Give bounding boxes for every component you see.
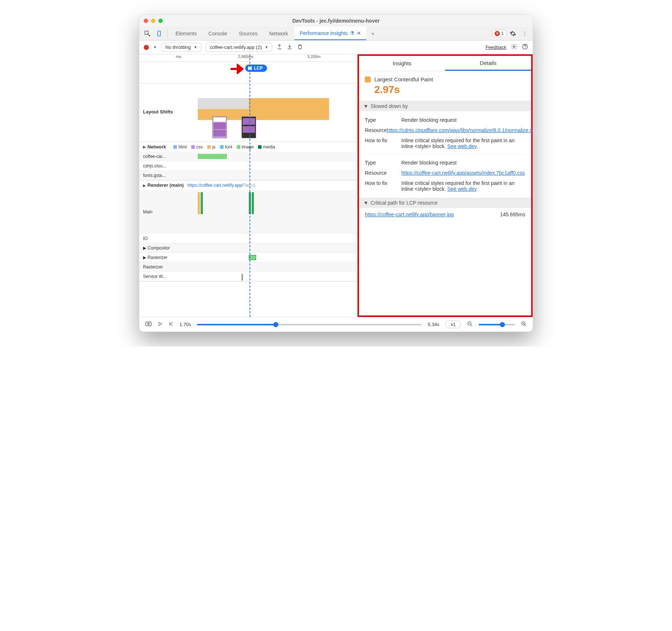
- export-icon[interactable]: [277, 44, 282, 51]
- renderer-row-compositor[interactable]: ▶ Compositor: [139, 243, 357, 253]
- tab-network[interactable]: Network: [264, 27, 293, 40]
- minimize-window-icon[interactable]: [151, 19, 155, 23]
- import-icon[interactable]: [287, 44, 293, 51]
- zoom-out-icon[interactable]: [467, 321, 473, 328]
- more-tabs-icon[interactable]: »: [368, 28, 378, 39]
- svg-rect-4: [146, 322, 151, 326]
- network-row[interactable]: cdnjs.clou...: [139, 161, 357, 171]
- playback-end-time: 5.34s: [428, 322, 439, 327]
- record-chevron-icon[interactable]: ▼: [153, 45, 157, 49]
- resource-link[interactable]: https://coffee-cart.netlify.app/assets/i…: [401, 170, 525, 176]
- playback-bar: 1.70s 5.34s x1: [139, 317, 533, 332]
- svg-point-2: [513, 46, 515, 48]
- svg-rect-1: [158, 31, 161, 36]
- right-tabs: Insights Details: [359, 56, 531, 71]
- renderer-row-rasterizer[interactable]: ▶ Rasterizer: [139, 253, 357, 262]
- lcp-header: Largest Contentful Paint 2.97s: [359, 71, 531, 101]
- resource-link[interactable]: https://cdnjs.cloudflare.com/ajax/libs/n…: [387, 127, 533, 133]
- playback-slider[interactable]: [197, 324, 422, 325]
- gear-icon[interactable]: [511, 43, 517, 51]
- network-row[interactable]: fonts.gsta...: [139, 171, 357, 180]
- main-tabbar: Elements Console Sources Network Perform…: [139, 27, 533, 40]
- chevron-right-icon: ▶: [143, 145, 146, 149]
- network-section: ▶ Network html css js font image media c…: [139, 142, 357, 181]
- recording-dropdown[interactable]: coffee-cart.netlify.app (2) ▼: [206, 43, 273, 52]
- timeline-pane: ms 2,880ms 3,200m LCP: [139, 54, 358, 317]
- lcp-title: Largest Contentful Paint: [374, 76, 433, 82]
- svg-point-5: [148, 323, 150, 325]
- play-icon[interactable]: [158, 321, 163, 328]
- renderer-header[interactable]: ▶ Renderer (main): [139, 181, 188, 190]
- renderer-section: ▶ Renderer (main) https://coffee-cart.ne…: [139, 181, 357, 282]
- device-icon[interactable]: [154, 28, 164, 39]
- webdev-link[interactable]: See web.dev: [447, 143, 476, 149]
- critical-path-url[interactable]: https://coffee-cart.netlify.app/banner.j…: [365, 212, 454, 217]
- chevron-down-icon: ▼: [194, 45, 197, 49]
- layout-shifts-label: Layout Shifts: [143, 109, 173, 115]
- lcp-indicator-icon: [365, 77, 371, 82]
- time-ruler: ms 2,880ms 3,200m: [139, 54, 357, 62]
- kebab-menu-icon[interactable]: ⋮: [520, 28, 530, 39]
- zoom-in-icon[interactable]: [521, 321, 527, 328]
- titlebar: DevTools - jec.fyi/demo/menu-hover: [139, 15, 533, 27]
- critical-path-section[interactable]: ▼ Critical path for LCP resource: [359, 198, 531, 208]
- settings-icon[interactable]: [508, 28, 518, 39]
- tab-elements[interactable]: Elements: [170, 27, 202, 40]
- chevron-down-icon: ▼: [265, 45, 269, 49]
- legend-css: css: [191, 144, 203, 150]
- record-button[interactable]: [144, 45, 149, 50]
- main-content: ms 2,880ms 3,200m LCP: [139, 54, 533, 317]
- speed-button[interactable]: x1: [445, 321, 461, 328]
- feedback-link[interactable]: Feedback: [486, 44, 506, 50]
- legend-image: image: [237, 144, 254, 150]
- maximize-window-icon[interactable]: [158, 19, 163, 23]
- error-count-badge[interactable]: ✕ 1: [492, 30, 506, 37]
- throttling-dropdown[interactable]: No throttling ▼: [161, 43, 201, 52]
- slowed-down-section[interactable]: ▼ Slowed down by: [359, 101, 531, 111]
- renderer-row-io[interactable]: IO: [139, 234, 357, 243]
- details-tab[interactable]: Details: [445, 56, 531, 71]
- lcp-time: 2.97s: [374, 84, 525, 96]
- zoom-slider[interactable]: [479, 324, 515, 325]
- insights-tab[interactable]: Insights: [359, 56, 445, 71]
- network-header[interactable]: ▶ Network: [139, 142, 170, 152]
- close-window-icon[interactable]: [144, 19, 148, 23]
- network-row[interactable]: coffee-car...: [139, 152, 357, 161]
- tab-console[interactable]: Console: [203, 27, 232, 40]
- renderer-row-main[interactable]: Main: [139, 190, 357, 234]
- tab-sources[interactable]: Sources: [234, 27, 263, 40]
- legend-media: media: [258, 144, 275, 150]
- performance-toolbar: ▼ No throttling ▼ coffee-cart.netlify.ap…: [139, 40, 533, 54]
- webdev-link[interactable]: See web.dev: [447, 186, 476, 192]
- lcp-marker-line: [250, 54, 250, 317]
- rewind-icon[interactable]: [169, 321, 174, 328]
- thumbnail-1[interactable]: [212, 116, 227, 138]
- lcp-timeline-area: LCP: [139, 62, 357, 84]
- window-title: DevTools - jec.fyi/demo/menu-hover: [139, 18, 533, 24]
- inspect-icon[interactable]: [142, 28, 152, 39]
- overview-icon[interactable]: [145, 321, 152, 328]
- legend-font: font: [220, 144, 232, 150]
- playback-start-time: 1.70s: [179, 322, 191, 327]
- help-icon[interactable]: [522, 43, 528, 51]
- chevron-down-icon: ▼: [363, 103, 368, 109]
- chevron-down-icon: ▼: [363, 200, 368, 206]
- annotation-arrow-icon: [231, 64, 245, 74]
- tab-performance-insights[interactable]: Performance insights ⚗ ✕: [294, 27, 366, 40]
- thumbnail-2[interactable]: [242, 116, 256, 138]
- details-pane: Insights Details Largest Contentful Pain…: [358, 54, 533, 317]
- slowed-down-details: Type Render blocking request Resource ht…: [359, 111, 531, 198]
- renderer-row-rasterizer2[interactable]: Rasterizer: [139, 262, 357, 272]
- delete-icon[interactable]: [297, 44, 303, 51]
- renderer-row-service-worker[interactable]: Service W...: [139, 272, 357, 281]
- error-icon: ✕: [495, 31, 500, 36]
- critical-path-time: 145.695ms: [500, 212, 525, 217]
- layout-shifts-section: Layout Shifts: [139, 84, 357, 142]
- lcp-marker[interactable]: LCP: [245, 65, 267, 72]
- close-tab-icon[interactable]: ✕: [357, 30, 361, 36]
- legend-html: html: [173, 144, 187, 150]
- flask-icon: ⚗: [350, 30, 355, 36]
- devtools-window: DevTools - jec.fyi/demo/menu-hover Eleme…: [139, 15, 533, 332]
- chevron-right-icon: ▶: [143, 183, 146, 187]
- renderer-url[interactable]: https://coffee-cart.netlify.app/?ad=1: [188, 183, 256, 188]
